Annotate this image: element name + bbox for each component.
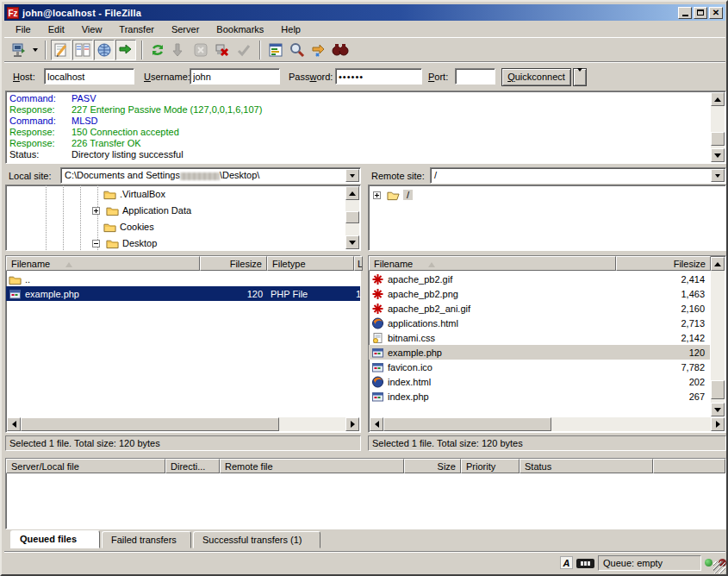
remote-column-filesize[interactable]: Filesize: [616, 256, 711, 271]
local-site-combo[interactable]: C:\Documents and Settings\Desktop\: [60, 167, 361, 184]
remote-column-filename[interactable]: Filename: [369, 256, 616, 271]
toggle-local-tree-button[interactable]: [72, 40, 93, 60]
local-column-filename[interactable]: Filename: [6, 256, 200, 271]
queue-column-server-local-file[interactable]: Server/Local file: [6, 459, 165, 473]
remote-site-combo-arrow[interactable]: [711, 169, 725, 182]
local-scroll-right[interactable]: [345, 417, 359, 431]
collapse-icon[interactable]: [92, 240, 100, 247]
remote-scroll-right[interactable]: [711, 417, 725, 431]
menu-edit[interactable]: Edit: [43, 22, 70, 36]
toolbar: [4, 37, 725, 61]
local-column-filetype[interactable]: Filetype: [267, 256, 354, 271]
tab-failed-transfers[interactable]: Failed transfers: [102, 531, 191, 548]
remote-scroll-up[interactable]: [711, 257, 725, 271]
local-hscrollbar-thumb[interactable]: [21, 417, 279, 431]
menu-view[interactable]: View: [77, 22, 108, 36]
local-tree-scroll-down[interactable]: [345, 235, 359, 249]
menu-transfer[interactable]: Transfer: [114, 22, 159, 36]
menu-file[interactable]: File: [10, 22, 36, 36]
tab-successful-transfers[interactable]: Successful transfers (1): [193, 531, 320, 548]
toggle-message-log-button[interactable]: [51, 40, 72, 60]
username-label: Username:: [144, 72, 190, 82]
log-scrollbar-thumb[interactable]: [711, 132, 725, 146]
title-bar[interactable]: Fz john@localhost - FileZilla ✕: [4, 4, 725, 21]
remote-row-selected[interactable]: example.php 120: [369, 345, 710, 360]
tree-item-root[interactable]: /: [373, 187, 413, 203]
find-files-button[interactable]: [287, 40, 308, 60]
filter-button[interactable]: [330, 40, 351, 60]
remote-scroll-left[interactable]: [370, 417, 383, 431]
html-file-icon: [371, 376, 384, 388]
maximize-button[interactable]: [694, 7, 707, 19]
local-site-combo-arrow[interactable]: [345, 169, 359, 182]
remote-hscrollbar-thumb[interactable]: [383, 417, 551, 431]
remote-row[interactable]: index.html 202: [369, 374, 710, 389]
username-input[interactable]: [190, 68, 280, 85]
remote-row[interactable]: favicon.ico 7,782: [369, 360, 710, 374]
local-tree-scrollbar-thumb[interactable]: [345, 211, 359, 223]
transfer-type-icon[interactable]: A: [560, 556, 573, 569]
quickconnect-button[interactable]: Quickconnect: [501, 68, 571, 86]
menu-help[interactable]: Help: [276, 22, 306, 36]
local-file-list: Filename Filesize Filetype L .. example.…: [5, 255, 361, 433]
remote-scroll-down[interactable]: [711, 403, 725, 416]
remote-row[interactable]: apache_pb2_ani.gif 2,160: [369, 301, 710, 316]
process-queue-button[interactable]: [169, 40, 190, 60]
disconnect-button[interactable]: [212, 40, 233, 60]
local-tree-scroll-up[interactable]: [345, 186, 359, 200]
tree-item-desktop[interactable]: Desktop: [92, 235, 157, 251]
tab-queued-files[interactable]: Queued files: [10, 530, 100, 548]
folder-icon: [103, 188, 116, 200]
local-column-lastmodified[interactable]: L: [354, 256, 363, 271]
log-scroll-up[interactable]: [711, 92, 725, 106]
local-column-filesize[interactable]: Filesize: [200, 256, 267, 271]
minimize-icon: [682, 15, 688, 16]
local-scroll-left[interactable]: [7, 417, 21, 431]
arrow-down-icon: [714, 153, 721, 161]
remote-row[interactable]: applications.html 2,713: [369, 316, 710, 330]
local-row-example-php[interactable]: example.php 120 PHP File 1: [6, 286, 360, 301]
view-listing-button[interactable]: [265, 40, 286, 60]
resize-grip[interactable]: [713, 561, 725, 573]
host-input[interactable]: [44, 68, 134, 85]
apache-feather-icon: [371, 288, 384, 300]
refresh-button[interactable]: [147, 40, 168, 60]
minimize-button[interactable]: [678, 7, 692, 19]
queue-column-priority[interactable]: Priority: [461, 459, 520, 473]
queue-column-remote-file[interactable]: Remote file: [220, 459, 404, 473]
remote-vscrollbar-thumb[interactable]: [711, 380, 725, 399]
remote-row[interactable]: index.php 267: [369, 389, 710, 404]
menu-server[interactable]: Server: [166, 22, 204, 36]
expand-icon[interactable]: [92, 207, 100, 215]
expand-icon[interactable]: [373, 191, 381, 199]
local-row-parent-dir[interactable]: ..: [6, 272, 360, 286]
toggle-remote-tree-button[interactable]: [94, 40, 115, 60]
queue-column-status[interactable]: Status: [520, 459, 653, 473]
remote-row[interactable]: bitnami.css 2,142: [369, 330, 710, 345]
close-button[interactable]: ✕: [709, 7, 723, 19]
log-scroll-down[interactable]: [711, 148, 725, 162]
synchronized-browsing-button[interactable]: [308, 40, 329, 60]
directory-comparison-button[interactable]: [233, 40, 254, 60]
remote-site-label: Remote site:: [371, 171, 425, 181]
queue-column-direction[interactable]: Directi...: [165, 459, 220, 473]
toggle-queue-button[interactable]: [115, 40, 136, 60]
tree-item-cookies[interactable]: Cookies: [101, 219, 154, 235]
remote-site-combo[interactable]: /: [430, 167, 726, 184]
port-input[interactable]: [455, 68, 495, 85]
quickconnect-dropdown[interactable]: [573, 68, 587, 86]
site-manager-icon: [10, 41, 28, 59]
cancel-operation-button[interactable]: [190, 40, 211, 60]
speed-limit-icon[interactable]: [576, 559, 594, 568]
queue-column-blank[interactable]: [653, 459, 725, 473]
tree-item-application-data[interactable]: Application Data: [92, 203, 191, 218]
password-input[interactable]: [335, 68, 422, 85]
menu-bookmarks[interactable]: Bookmarks: [211, 22, 269, 36]
remote-row[interactable]: apache_pb2.png 1,463: [369, 286, 710, 301]
log-line: Command:PASV: [9, 93, 96, 103]
site-manager-button[interactable]: [9, 40, 29, 60]
tree-item-virtualbox[interactable]: .VirtualBox: [101, 186, 165, 202]
site-manager-dropdown[interactable]: [30, 40, 40, 60]
remote-row[interactable]: apache_pb2.gif 2,414: [369, 272, 710, 286]
queue-column-size[interactable]: Size: [404, 459, 461, 473]
